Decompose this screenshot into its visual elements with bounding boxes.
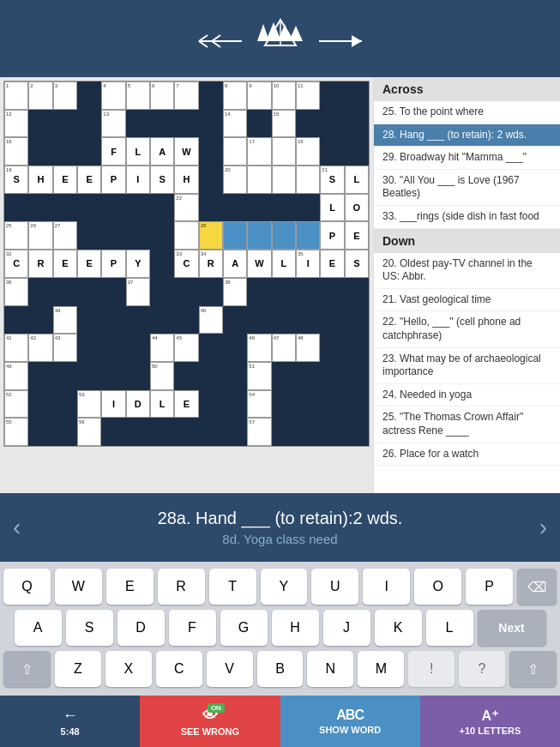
grid-cell[interactable] — [223, 306, 247, 334]
key-u[interactable]: U — [311, 569, 358, 605]
grid-cell[interactable]: P — [101, 250, 125, 278]
grid-cell[interactable]: S — [150, 166, 174, 194]
grid-cell[interactable] — [247, 110, 271, 138]
grid-cell[interactable] — [345, 334, 369, 362]
key-x[interactable]: X — [105, 651, 152, 687]
grid-cell[interactable]: 47 — [272, 334, 296, 362]
key-s[interactable]: S — [66, 610, 113, 646]
grid-cell[interactable] — [53, 390, 77, 419]
show-word-button[interactable]: ABC SHOW WORD — [280, 696, 420, 747]
key-z[interactable]: Z — [55, 651, 101, 687]
grid-cell[interactable]: 27 — [53, 221, 77, 250]
grid-cell[interactable] — [199, 278, 223, 306]
grid-cell[interactable] — [272, 166, 296, 194]
key-v[interactable]: V — [207, 651, 253, 687]
grid-cell[interactable]: S — [345, 250, 369, 278]
grid-cell[interactable] — [223, 137, 247, 166]
grid-cell[interactable] — [126, 194, 150, 222]
grid-cell[interactable] — [296, 166, 320, 194]
down-clue-item[interactable]: 21. Vast geological time — [374, 289, 560, 312]
grid-cell[interactable] — [345, 110, 369, 138]
grid-cell[interactable] — [174, 221, 198, 250]
grid-cell[interactable]: 35I — [296, 250, 320, 278]
grid-cell[interactable]: Y — [126, 250, 150, 278]
grid-cell[interactable] — [223, 362, 247, 390]
grid-cell[interactable]: E — [77, 250, 101, 278]
grid-cell[interactable] — [345, 390, 369, 419]
key-c[interactable]: C — [156, 651, 202, 687]
grid-cell[interactable] — [199, 362, 223, 390]
grid-cell[interactable] — [126, 334, 150, 362]
grid-cell[interactable]: L — [320, 194, 344, 222]
grid-cell[interactable] — [101, 362, 125, 390]
down-clue-item[interactable]: 25. "The Thomas Crown Affair" actress Re… — [374, 407, 560, 443]
grid-cell[interactable]: P — [101, 166, 125, 194]
grid-cell[interactable] — [247, 194, 271, 222]
grid-cell[interactable] — [4, 306, 28, 334]
grid-cell[interactable] — [345, 278, 369, 306]
grid-cell[interactable] — [296, 362, 320, 390]
grid-cell[interactable] — [150, 278, 174, 306]
grid-cell[interactable]: 41 — [4, 334, 28, 362]
grid-cell[interactable] — [77, 278, 101, 306]
grid-cell[interactable] — [53, 418, 77, 446]
grid-cell[interactable]: 7 — [174, 81, 198, 110]
grid-cell[interactable] — [345, 306, 369, 334]
grid-cell[interactable]: L — [272, 250, 296, 278]
grid-cell[interactable]: 18 — [296, 137, 320, 166]
key-n[interactable]: N — [307, 651, 353, 687]
grid-cell[interactable]: W — [174, 137, 198, 166]
grid-cell[interactable]: 3 — [53, 81, 77, 110]
grid-cell[interactable] — [101, 194, 125, 222]
key-i[interactable]: I — [363, 569, 410, 605]
grid-cell[interactable] — [272, 221, 296, 250]
grid-cell[interactable]: 13 — [101, 110, 125, 138]
crossword-grid[interactable]: 12345678910111213141516FLAW171819SHEEPIS… — [3, 81, 370, 447]
key-d[interactable]: D — [117, 610, 165, 646]
grid-cell[interactable] — [247, 306, 271, 334]
grid-cell[interactable]: 48 — [296, 334, 320, 362]
grid-cell[interactable] — [199, 390, 223, 419]
grid-cell[interactable] — [28, 110, 52, 138]
across-clue-item[interactable]: 29. Broadway hit "Mamma ___" — [374, 147, 560, 170]
grid-cell[interactable] — [320, 334, 344, 362]
key-o[interactable]: O — [414, 569, 461, 605]
grid-cell[interactable]: 36 — [4, 278, 28, 306]
down-clue-item[interactable]: 23. What may be of archaeological import… — [374, 348, 560, 384]
next-clue-button[interactable]: › — [531, 505, 556, 550]
grid-cell[interactable]: A — [150, 137, 174, 166]
across-clue-item[interactable]: 30. "All You ___ is Love (1967 Beatles) — [374, 170, 560, 206]
grid-cell[interactable]: 52 — [4, 390, 28, 419]
key-f[interactable]: F — [169, 610, 216, 646]
grid-cell[interactable]: L — [345, 166, 369, 194]
grid-cell[interactable] — [126, 362, 150, 390]
key-y[interactable]: Y — [261, 569, 308, 605]
grid-cell[interactable] — [320, 390, 344, 419]
grid-cell[interactable] — [77, 306, 101, 334]
grid-cell[interactable]: 10 — [272, 81, 296, 110]
grid-cell[interactable] — [126, 418, 150, 446]
grid-cell[interactable]: P — [320, 221, 344, 250]
grid-cell[interactable] — [247, 278, 271, 306]
key-shift-right[interactable]: ⇧ — [509, 651, 557, 687]
grid-cell[interactable]: E — [53, 166, 77, 194]
grid-cell[interactable]: 32C — [4, 250, 28, 278]
grid-cell[interactable]: H — [174, 166, 198, 194]
key-w[interactable]: W — [55, 569, 102, 605]
grid-cell[interactable]: 53 — [77, 390, 101, 419]
grid-cell[interactable] — [296, 110, 320, 138]
grid-cell[interactable] — [53, 137, 77, 166]
grid-cell[interactable] — [345, 362, 369, 390]
grid-cell[interactable]: 28 — [199, 221, 223, 250]
key-l[interactable]: L — [426, 610, 473, 646]
grid-cell[interactable] — [126, 110, 150, 138]
grid-cell[interactable] — [272, 362, 296, 390]
grid-cell[interactable]: 45 — [174, 334, 198, 362]
grid-cell[interactable]: 5 — [126, 81, 150, 110]
key-exclaim[interactable]: ! — [408, 651, 455, 687]
grid-cell[interactable] — [199, 418, 223, 446]
grid-cell[interactable] — [223, 221, 247, 250]
grid-cell[interactable]: 15 — [272, 110, 296, 138]
grid-cell[interactable] — [28, 418, 52, 446]
grid-cell[interactable] — [223, 334, 247, 362]
